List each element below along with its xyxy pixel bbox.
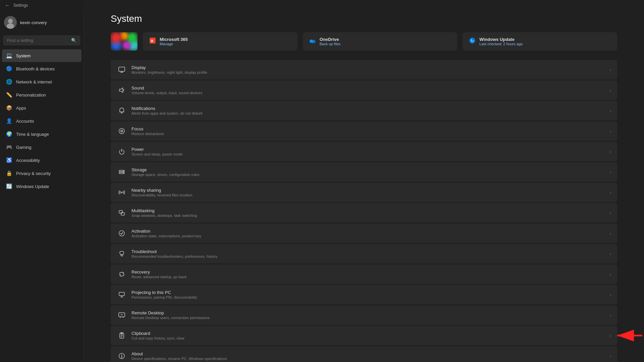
settings-desc-notifications: Alerts from apps and system, do not dist… (131, 111, 606, 115)
widget-microsoft365[interactable]: M Microsoft 365 Manage (143, 32, 298, 51)
settings-title-notifications: Notifications (131, 106, 606, 111)
settings-title-clipboard: Clipboard (131, 331, 606, 336)
widget-sub-onedrive[interactable]: Back up files (320, 42, 340, 46)
recovery-icon (117, 269, 127, 279)
search-icon: 🔍 (71, 38, 76, 43)
multitasking-icon (117, 208, 127, 218)
svg-rect-25 (121, 213, 124, 215)
settings-desc-nearby: Discoverability, received files location (131, 193, 606, 197)
sidebar-label-time: Time & language (16, 132, 49, 137)
sound-icon (117, 85, 127, 95)
settings-title-sound: Sound (131, 85, 606, 90)
widget-onedrive[interactable]: OneDrive Back up files (303, 32, 458, 51)
chevron-right-icon: › (610, 67, 611, 72)
chevron-right-icon: › (610, 170, 611, 175)
update-icon: 🔄 (5, 183, 13, 190)
back-button[interactable]: ← (4, 2, 11, 9)
settings-item-about[interactable]: About Device specifications, rename PC, … (111, 346, 617, 362)
page-title: System (111, 13, 617, 24)
svg-point-26 (119, 231, 124, 236)
settings-item-multitasking[interactable]: Multitasking Snap windows, desktops, tas… (111, 203, 617, 223)
chevron-right-icon: › (610, 354, 611, 359)
chevron-right-icon: › (610, 149, 611, 154)
settings-title-display: Display (131, 65, 606, 70)
search-box[interactable]: 🔍 (3, 36, 80, 45)
settings-item-clipboard[interactable]: Clipboard Cut and copy history, sync, cl… (111, 326, 617, 345)
sidebar-item-system[interactable]: 💻 System (2, 49, 82, 62)
settings-item-power[interactable]: Power Screen and sleep, power mode › (111, 142, 617, 161)
sidebar-label-apps: Apps (16, 106, 26, 111)
chevron-right-icon: › (610, 251, 611, 256)
settings-item-sound[interactable]: Sound Volume levels, output, input, soun… (111, 80, 617, 100)
settings-item-storage[interactable]: Storage Storage space, drives, configura… (111, 162, 617, 182)
svg-point-45 (121, 354, 122, 355)
settings-item-activation[interactable]: Activation Activation state, subscriptio… (111, 224, 617, 243)
sidebar-item-gaming[interactable]: 🎮 Gaming (2, 141, 82, 154)
power-icon (117, 146, 127, 157)
apps-icon: 📦 (5, 104, 13, 112)
svg-point-21 (123, 171, 124, 171)
settings-item-troubleshoot[interactable]: Troubleshoot Recommended troubleshooters… (111, 244, 617, 263)
sidebar-item-time[interactable]: 🌍 Time & language (2, 128, 82, 140)
sidebar-item-update[interactable]: 🔄 Windows Update (2, 180, 82, 193)
settings-desc-sound: Volume levels, output, input, sound devi… (131, 91, 606, 95)
settings-title-activation: Activation (131, 229, 606, 234)
sidebar-label-accessibility: Accessibility (16, 158, 40, 163)
search-input[interactable] (7, 38, 70, 43)
chevron-right-icon: › (610, 190, 611, 195)
sidebar-label-gaming: Gaming (16, 145, 32, 150)
settings-list: Display Monitors, brightness, night ligh… (111, 60, 617, 362)
svg-point-23 (121, 192, 122, 193)
widget-sub-windowsupdate[interactable]: Last checked: 2 hours ago (479, 42, 523, 46)
svg-point-22 (123, 173, 124, 173)
settings-item-nearby[interactable]: Nearby sharing Discoverability, received… (111, 183, 617, 202)
display-icon (117, 65, 127, 75)
sidebar-item-personalization[interactable]: ✏️ Personalization (2, 88, 82, 101)
sidebar-item-privacy[interactable]: 🔒 Privacy & security (2, 167, 82, 180)
settings-desc-remotedesktop: Remote Desktop users, connection permiss… (131, 316, 606, 320)
widget-windowsupdate[interactable]: ↻ Windows Update Last checked: 2 hours a… (463, 32, 617, 51)
svg-point-15 (121, 113, 122, 114)
troubleshoot-icon (117, 249, 127, 259)
sidebar-item-apps[interactable]: 📦 Apps (2, 102, 82, 114)
titlebar: ← Settings (0, 0, 84, 11)
widget-sub-microsoft365[interactable]: Manage (160, 42, 188, 46)
svg-point-2 (7, 23, 14, 29)
chevron-right-icon: › (610, 333, 611, 338)
user-profile[interactable]: kevin convery (0, 11, 84, 33)
settings-item-remotedesktop[interactable]: Remote Desktop Remote Desktop users, con… (111, 305, 617, 325)
wallpaper-thumbnail[interactable] (111, 32, 138, 51)
settings-desc-power: Screen and sleep, power mode (131, 152, 606, 156)
settings-item-projecting[interactable]: Projecting to this PC Permissions, pairi… (111, 285, 617, 304)
top-widgets: M Microsoft 365 Manage OneDrive Back up … (111, 32, 617, 51)
chevron-right-icon: › (610, 272, 611, 277)
sidebar-label-accounts: Accounts (16, 119, 34, 124)
microsoft365-icon: M (149, 37, 156, 46)
settings-title-remotedesktop: Remote Desktop (131, 310, 606, 315)
main-content: System M Microsoft 365 Manage OneDrive B… (84, 0, 644, 362)
chevron-right-icon: › (610, 313, 611, 318)
sidebar-item-accounts[interactable]: 👤 Accounts (2, 115, 82, 127)
settings-item-display[interactable]: Display Monitors, brightness, night ligh… (111, 60, 617, 79)
sidebar-item-bluetooth[interactable]: 🔵 Bluetooth & devices (2, 62, 82, 75)
accessibility-icon: ♿ (5, 157, 13, 164)
sidebar-item-accessibility[interactable]: ♿ Accessibility (2, 154, 82, 167)
nearby-icon (117, 187, 127, 197)
windowsupdate-icon: ↻ (469, 37, 476, 46)
widget-title-onedrive: OneDrive (320, 37, 340, 42)
settings-item-focus[interactable]: Focus Reduce distractions › (111, 121, 617, 141)
settings-item-recovery[interactable]: Recovery Reset, advanced startup, go bac… (111, 264, 617, 284)
clipboard-icon (117, 330, 127, 341)
settings-desc-display: Monitors, brightness, night light, displ… (131, 70, 606, 74)
svg-rect-29 (119, 292, 124, 296)
sidebar-item-network[interactable]: 🌐 Network & internet (2, 75, 82, 88)
settings-item-notifications[interactable]: Notifications Alerts from apps and syste… (111, 101, 617, 120)
settings-desc-troubleshoot: Recommended troubleshooters, preferences… (131, 254, 606, 258)
focus-icon (117, 126, 127, 136)
projecting-icon (117, 290, 127, 300)
nav-list: 💻 System 🔵 Bluetooth & devices 🌐 Network… (0, 49, 84, 362)
svg-rect-24 (119, 210, 122, 213)
svg-point-1 (8, 19, 13, 23)
settings-title-nearby: Nearby sharing (131, 188, 606, 193)
privacy-icon: 🔒 (5, 170, 13, 177)
